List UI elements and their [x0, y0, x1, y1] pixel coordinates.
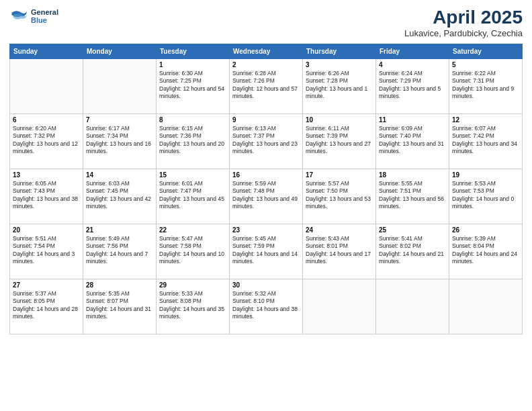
day-info: Sunrise: 6:17 AM Sunset: 7:34 PM Dayligh… — [86, 125, 153, 156]
calendar-cell: 20Sunrise: 5:51 AM Sunset: 7:54 PM Dayli… — [10, 224, 83, 279]
calendar-cell: 9Sunrise: 6:13 AM Sunset: 7:37 PM Daylig… — [230, 114, 303, 169]
day-info: Sunrise: 6:20 AM Sunset: 7:32 PM Dayligh… — [13, 125, 80, 156]
calendar-cell: 30Sunrise: 5:32 AM Sunset: 8:10 PM Dayli… — [230, 279, 303, 334]
calendar-cell: 27Sunrise: 5:37 AM Sunset: 8:05 PM Dayli… — [10, 279, 83, 334]
day-info: Sunrise: 6:28 AM Sunset: 7:26 PM Dayligh… — [232, 70, 300, 101]
day-info: Sunrise: 5:59 AM Sunset: 7:48 PM Dayligh… — [232, 180, 300, 211]
day-info: Sunrise: 6:24 AM Sunset: 7:29 PM Dayligh… — [379, 70, 446, 101]
day-info: Sunrise: 6:03 AM Sunset: 7:45 PM Dayligh… — [86, 180, 153, 211]
day-info: Sunrise: 6:11 AM Sunset: 7:39 PM Dayligh… — [306, 125, 373, 156]
day-info: Sunrise: 5:41 AM Sunset: 8:02 PM Dayligh… — [379, 235, 446, 266]
weekday-header-tuesday: Tuesday — [157, 44, 230, 59]
calendar-cell: 14Sunrise: 6:03 AM Sunset: 7:45 PM Dayli… — [83, 169, 157, 224]
calendar-cell: 5Sunrise: 6:22 AM Sunset: 7:31 PM Daylig… — [449, 59, 523, 114]
day-info: Sunrise: 6:13 AM Sunset: 7:37 PM Dayligh… — [232, 125, 300, 156]
calendar-cell: 3Sunrise: 6:26 AM Sunset: 7:28 PM Daylig… — [303, 59, 376, 114]
logo: General Blue — [9, 7, 58, 26]
calendar-cell: 8Sunrise: 6:15 AM Sunset: 7:36 PM Daylig… — [157, 114, 230, 169]
day-number: 3 — [306, 61, 373, 68]
calendar-cell: 10Sunrise: 6:11 AM Sunset: 7:39 PM Dayli… — [303, 114, 376, 169]
calendar-cell: 19Sunrise: 5:53 AM Sunset: 7:53 PM Dayli… — [449, 169, 523, 224]
day-info: Sunrise: 6:07 AM Sunset: 7:42 PM Dayligh… — [452, 125, 519, 156]
calendar-cell — [83, 59, 157, 114]
day-number: 24 — [306, 226, 373, 234]
calendar-table: SundayMondayTuesdayWednesdayThursdayFrid… — [9, 44, 523, 334]
day-number: 29 — [159, 281, 226, 289]
day-info: Sunrise: 5:33 AM Sunset: 8:08 PM Dayligh… — [159, 290, 226, 321]
day-number: 18 — [379, 171, 446, 179]
calendar-cell: 12Sunrise: 6:07 AM Sunset: 7:42 PM Dayli… — [449, 114, 523, 169]
day-number: 12 — [452, 116, 519, 124]
day-number: 11 — [379, 116, 446, 124]
week-row-4: 27Sunrise: 5:37 AM Sunset: 8:05 PM Dayli… — [10, 279, 523, 334]
calendar-cell: 23Sunrise: 5:45 AM Sunset: 7:59 PM Dayli… — [230, 224, 303, 279]
calendar-cell: 25Sunrise: 5:41 AM Sunset: 8:02 PM Dayli… — [376, 224, 449, 279]
calendar-cell: 15Sunrise: 6:01 AM Sunset: 7:47 PM Dayli… — [157, 169, 230, 224]
calendar-cell: 4Sunrise: 6:24 AM Sunset: 7:29 PM Daylig… — [376, 59, 449, 114]
calendar-cell: 2Sunrise: 6:28 AM Sunset: 7:26 PM Daylig… — [230, 59, 303, 114]
page: General Blue April 2025 Lukavice, Pardub… — [0, 0, 532, 411]
calendar-cell: 29Sunrise: 5:33 AM Sunset: 8:08 PM Dayli… — [157, 279, 230, 334]
calendar-cell: 24Sunrise: 5:43 AM Sunset: 8:01 PM Dayli… — [303, 224, 376, 279]
day-number: 8 — [159, 116, 226, 124]
day-info: Sunrise: 6:05 AM Sunset: 7:43 PM Dayligh… — [13, 180, 80, 211]
day-info: Sunrise: 6:30 AM Sunset: 7:25 PM Dayligh… — [159, 70, 226, 101]
calendar-cell: 28Sunrise: 5:35 AM Sunset: 8:07 PM Dayli… — [83, 279, 157, 334]
day-info: Sunrise: 5:47 AM Sunset: 7:58 PM Dayligh… — [159, 235, 226, 266]
calendar-cell: 1Sunrise: 6:30 AM Sunset: 7:25 PM Daylig… — [157, 59, 230, 114]
calendar-cell — [303, 279, 376, 334]
weekday-header-saturday: Saturday — [449, 44, 523, 59]
week-row-0: 1Sunrise: 6:30 AM Sunset: 7:25 PM Daylig… — [10, 59, 523, 114]
day-info: Sunrise: 6:15 AM Sunset: 7:36 PM Dayligh… — [159, 125, 226, 156]
title-block: April 2025 Lukavice, Pardubicky, Czechia — [404, 7, 523, 38]
day-number: 25 — [379, 226, 446, 234]
day-info: Sunrise: 6:22 AM Sunset: 7:31 PM Dayligh… — [452, 70, 519, 101]
calendar-cell: 6Sunrise: 6:20 AM Sunset: 7:32 PM Daylig… — [10, 114, 83, 169]
calendar-cell: 13Sunrise: 6:05 AM Sunset: 7:43 PM Dayli… — [10, 169, 83, 224]
day-number: 26 — [452, 226, 519, 234]
day-number: 4 — [379, 61, 446, 68]
day-info: Sunrise: 5:32 AM Sunset: 8:10 PM Dayligh… — [232, 290, 300, 321]
weekday-header-thursday: Thursday — [303, 44, 376, 59]
day-info: Sunrise: 5:39 AM Sunset: 8:04 PM Dayligh… — [452, 235, 519, 266]
day-number: 5 — [452, 61, 519, 68]
day-info: Sunrise: 5:49 AM Sunset: 7:56 PM Dayligh… — [86, 235, 153, 266]
month-title: April 2025 — [404, 7, 523, 28]
day-number: 16 — [232, 171, 300, 179]
calendar-cell — [376, 279, 449, 334]
day-number: 30 — [232, 281, 300, 289]
day-number: 6 — [13, 116, 80, 124]
day-number: 9 — [232, 116, 300, 124]
day-number: 23 — [232, 226, 300, 234]
day-number: 10 — [306, 116, 373, 124]
calendar-cell: 22Sunrise: 5:47 AM Sunset: 7:58 PM Dayli… — [157, 224, 230, 279]
week-row-1: 6Sunrise: 6:20 AM Sunset: 7:32 PM Daylig… — [10, 114, 523, 169]
day-number: 14 — [86, 171, 153, 179]
day-number: 13 — [13, 171, 80, 179]
calendar-cell: 17Sunrise: 5:57 AM Sunset: 7:50 PM Dayli… — [303, 169, 376, 224]
day-info: Sunrise: 6:01 AM Sunset: 7:47 PM Dayligh… — [159, 180, 226, 211]
logo-icon — [9, 7, 28, 26]
calendar-cell — [449, 279, 523, 334]
day-info: Sunrise: 5:43 AM Sunset: 8:01 PM Dayligh… — [306, 235, 373, 266]
weekday-header-wednesday: Wednesday — [230, 44, 303, 59]
day-info: Sunrise: 6:26 AM Sunset: 7:28 PM Dayligh… — [306, 70, 373, 101]
day-info: Sunrise: 5:51 AM Sunset: 7:54 PM Dayligh… — [13, 235, 80, 266]
day-number: 1 — [159, 61, 226, 68]
header: General Blue April 2025 Lukavice, Pardub… — [9, 7, 523, 38]
week-row-3: 20Sunrise: 5:51 AM Sunset: 7:54 PM Dayli… — [10, 224, 523, 279]
calendar-cell: 21Sunrise: 5:49 AM Sunset: 7:56 PM Dayli… — [83, 224, 157, 279]
day-info: Sunrise: 5:45 AM Sunset: 7:59 PM Dayligh… — [232, 235, 300, 266]
weekday-header-monday: Monday — [83, 44, 157, 59]
day-info: Sunrise: 5:37 AM Sunset: 8:05 PM Dayligh… — [13, 290, 80, 321]
day-number: 27 — [13, 281, 80, 289]
day-info: Sunrise: 5:53 AM Sunset: 7:53 PM Dayligh… — [452, 180, 519, 211]
weekday-header-friday: Friday — [376, 44, 449, 59]
calendar-cell: 26Sunrise: 5:39 AM Sunset: 8:04 PM Dayli… — [449, 224, 523, 279]
day-info: Sunrise: 5:57 AM Sunset: 7:50 PM Dayligh… — [306, 180, 373, 211]
day-number: 28 — [86, 281, 153, 289]
day-number: 7 — [86, 116, 153, 124]
day-info: Sunrise: 5:35 AM Sunset: 8:07 PM Dayligh… — [86, 290, 153, 321]
week-row-2: 13Sunrise: 6:05 AM Sunset: 7:43 PM Dayli… — [10, 169, 523, 224]
weekday-header-sunday: Sunday — [10, 44, 83, 59]
